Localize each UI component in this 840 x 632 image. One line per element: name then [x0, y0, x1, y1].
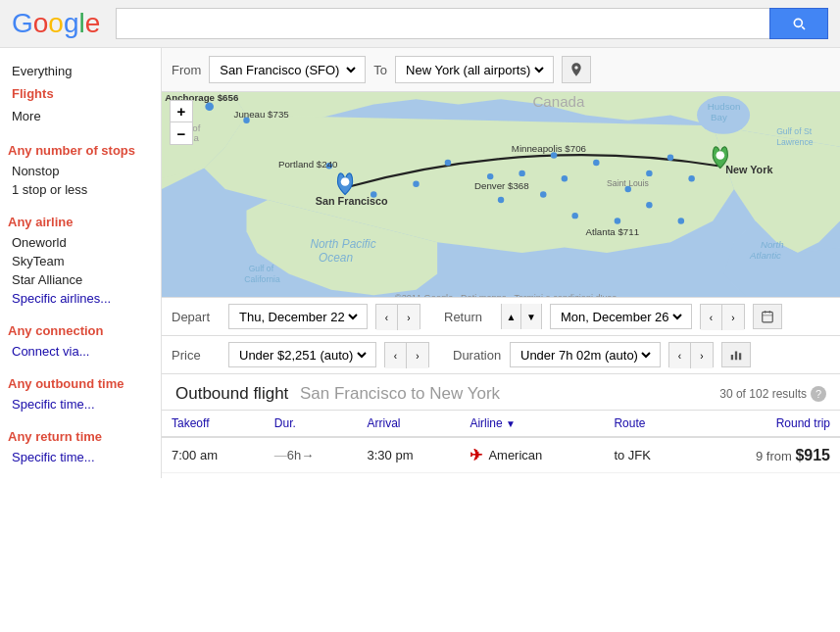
hudson-label: Hudson	[708, 101, 741, 112]
col-dur[interactable]: Dur.	[265, 411, 358, 437]
calendar-button[interactable]	[753, 304, 782, 329]
sidebar-airline-title: Any airline	[8, 215, 153, 229]
to-select-input[interactable]: New York (all airports)	[402, 62, 547, 78]
return-select-input[interactable]: Mon, December 26	[557, 309, 685, 325]
map-svg: North Pacific Ocean Canada Hudson Bay Gu…	[162, 92, 840, 297]
city-dot-5[interactable]	[562, 175, 568, 181]
results-count-text: 30 of 102 results	[719, 387, 807, 401]
return-next-button[interactable]: ›	[722, 305, 744, 330]
location-button[interactable]	[562, 56, 591, 83]
sidebar-item-more[interactable]: More	[8, 105, 153, 127]
sidebar-item-everything[interactable]: Everything	[8, 60, 153, 82]
to-select[interactable]: New York (all airports)	[395, 56, 554, 83]
chart-icon	[729, 348, 743, 362]
svg-rect-2	[763, 312, 773, 322]
airline-logo: ✈	[469, 446, 482, 464]
price-select[interactable]: Under $2,251 (auto)	[228, 342, 376, 367]
city-dot-13[interactable]	[678, 218, 684, 223]
sidebar-option-specific-outbound[interactable]: Specific time...	[8, 395, 153, 413]
sidebar-item-flights[interactable]: Flights	[8, 82, 153, 105]
from-select[interactable]: San Francisco (SFO)	[209, 56, 366, 83]
city-dot-11[interactable]	[498, 197, 504, 203]
price-prev-button[interactable]: ‹	[385, 343, 407, 368]
col-airline[interactable]: Airline ▼	[460, 411, 604, 437]
from-label: From	[172, 63, 201, 77]
gulf-cal: Gulf of	[249, 264, 274, 273]
sidebar-option-oneworld[interactable]: Oneworld	[8, 233, 153, 252]
sidebar-option-connect-via[interactable]: Connect via...	[8, 342, 153, 361]
flights-table: Takeoff Dur. Arrival Airline ▼ Route Rou…	[162, 411, 840, 473]
stlouis-label: Saint Louis	[607, 178, 649, 188]
city-dot-7[interactable]	[646, 170, 652, 176]
atlanta-dot[interactable]	[615, 218, 620, 223]
duration-prev-button[interactable]: ‹	[669, 343, 691, 368]
zoom-out-button[interactable]: −	[171, 122, 192, 144]
sidebar-option-specific-airlines[interactable]: Specific airlines...	[8, 289, 153, 308]
duration-select-input[interactable]: Under 7h 02m (auto)	[517, 347, 654, 364]
city-dot-14[interactable]	[571, 213, 577, 219]
return-down-arrow[interactable]: ▼	[521, 304, 541, 329]
city-dot-10[interactable]	[540, 191, 546, 197]
sidebar-section-connection: Any connection Connect via...	[8, 323, 153, 361]
col-roundtrip[interactable]: Round trip	[693, 411, 840, 437]
sidebar-option-specific-return[interactable]: Specific time...	[8, 448, 153, 466]
zoom-in-button[interactable]: +	[171, 101, 192, 122]
price-nav-arrows: ‹ ›	[384, 342, 429, 367]
city-dot-6[interactable]	[593, 160, 599, 166]
sidebar-option-nonstop[interactable]: Nonstop	[8, 162, 153, 180]
return-prev-button[interactable]: ‹	[701, 305, 722, 330]
price-duration-row: Price Under $2,251 (auto) ‹ › Duration U…	[162, 336, 840, 374]
depart-prev-button[interactable]: ‹	[376, 305, 398, 330]
anchorage-dot[interactable]	[205, 102, 214, 111]
search-button[interactable]	[769, 8, 828, 39]
depart-select[interactable]: Thu, December 22	[228, 304, 368, 329]
city-dot-8[interactable]	[667, 154, 673, 160]
price-next-button[interactable]: ›	[407, 343, 428, 368]
duration-dash: —	[274, 448, 287, 462]
pacific-label2: Ocean	[319, 251, 353, 265]
col-takeoff[interactable]: Takeoff	[162, 411, 265, 437]
atlantic-label2: Atlantic	[749, 250, 781, 261]
city-dot-12[interactable]	[646, 202, 652, 208]
calendar-icon	[761, 310, 774, 323]
return-select[interactable]: Mon, December 26	[550, 304, 692, 329]
sidebar-nav: Everything Flights More	[8, 60, 153, 127]
price-chart-button[interactable]	[721, 342, 751, 367]
results-count: 30 of 102 results ?	[719, 386, 826, 402]
col-arrival[interactable]: Arrival	[358, 411, 461, 437]
sidebar-outbound-time-title: Any outbound time	[8, 376, 153, 391]
price-select-input[interactable]: Under $2,251 (auto)	[235, 347, 370, 364]
svg-rect-7	[735, 352, 737, 361]
return-up-arrow[interactable]: ▲	[502, 304, 521, 329]
depart-next-button[interactable]: ›	[398, 305, 420, 330]
city-dot-9[interactable]	[688, 175, 694, 181]
gsl-label: Gulf of St	[776, 126, 813, 136]
city-dot-2[interactable]	[413, 180, 419, 186]
outbound-title: Outbound flight	[175, 384, 288, 403]
city-dot-4[interactable]	[519, 170, 524, 176]
table-header-row: Takeoff Dur. Arrival Airline ▼ Route Rou…	[162, 411, 840, 437]
newyork-label: New York	[725, 164, 773, 175]
from-select-input[interactable]: San Francisco (SFO)	[216, 62, 359, 78]
sidebar-option-skyteam[interactable]: SkyTeam	[8, 252, 153, 270]
denver-dot[interactable]	[487, 173, 493, 179]
sidebar-section-stops: Any number of stops Nonstop 1 stop or le…	[8, 143, 153, 199]
depart-select-input[interactable]: Thu, December 22	[235, 309, 361, 325]
table-row[interactable]: 7:00 am —6h→ 3:30 pm ✈ American to JFK 9…	[162, 437, 840, 473]
flight-duration: —6h→	[265, 437, 358, 473]
duration-select[interactable]: Under 7h 02m (auto)	[510, 342, 661, 367]
city-dot-1[interactable]	[371, 191, 376, 197]
atlanta-label: Atlanta $711	[586, 226, 640, 237]
search-input[interactable]	[116, 8, 769, 39]
map-copyright: ©2011 Google · Dati mappa · Termini e co…	[395, 293, 617, 297]
duration-next-button[interactable]: ›	[691, 343, 713, 368]
sidebar-section-return-time: Any return time Specific time...	[8, 429, 153, 466]
atlantic-label: North	[761, 239, 784, 250]
sidebar-option-1stop[interactable]: 1 stop or less	[8, 180, 153, 199]
col-route[interactable]: Route	[604, 411, 692, 437]
sidebar-option-star[interactable]: Star Alliance	[8, 270, 153, 289]
help-icon[interactable]: ?	[811, 386, 826, 402]
depart-label: Depart	[172, 310, 221, 324]
city-dot-3[interactable]	[445, 160, 451, 166]
outbound-subtitle: San Francisco to New York	[300, 384, 500, 403]
